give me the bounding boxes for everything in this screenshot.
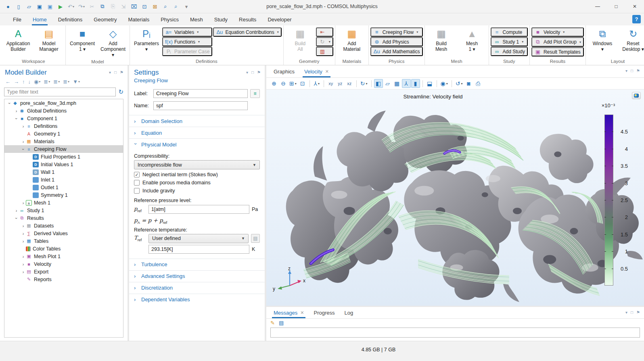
save-icon[interactable]: ▣	[35, 2, 44, 11]
ribbon-model-manager-button[interactable]: ▤ModelManager	[34, 26, 64, 53]
collapse-levels-icon[interactable]: ≣▾	[52, 78, 61, 85]
tree-item-wall-1[interactable]: DWall 1	[4, 168, 123, 176]
pin-panel-icon[interactable]: ⚑	[636, 310, 640, 315]
menu-file[interactable]: File	[7, 13, 27, 25]
menu-study[interactable]: Study	[209, 13, 233, 25]
tree-expander-icon[interactable]: ›	[21, 269, 26, 274]
view-xy-icon[interactable]: xy	[326, 79, 335, 88]
tree-expander-icon[interactable]: ›	[21, 200, 26, 205]
help-button[interactable]: ?	[632, 15, 641, 23]
tree-item-initial-values-1[interactable]: DInitial Values 1	[4, 161, 123, 168]
view-xz-icon[interactable]: xz	[345, 79, 354, 88]
checkbox-enable-porous-media[interactable]: Enable porous media domains	[134, 180, 260, 186]
ribbon-compute-button[interactable]: =Compute	[491, 27, 528, 37]
ribbon-insert-sequence-button[interactable]: ⇤	[316, 27, 333, 37]
tree-item-datasets[interactable]: ›▦Datasets	[4, 222, 123, 230]
close-tab-icon[interactable]: ✕	[300, 310, 304, 315]
maximize-button[interactable]: □	[607, 0, 625, 13]
reference-temperature-select[interactable]: User defined ▼	[148, 234, 249, 243]
ribbon-variables-button[interactable]: a=Variables▾	[162, 27, 212, 37]
zoom-in-icon[interactable]: ⊕	[270, 79, 278, 88]
ribbon-add-component-button[interactable]: ◇AddComponent ▾	[98, 26, 128, 58]
ribbon-update-geometry-button[interactable]: ↻▾	[316, 37, 333, 46]
image-snapshot-icon[interactable]: ◙	[464, 79, 473, 88]
tree-item-global-definitions[interactable]: ›◉Global Definitions	[4, 107, 123, 115]
tree-item-study-1[interactable]: ›∞Study 1	[4, 207, 123, 214]
menu-definitions[interactable]: Definitions	[52, 13, 88, 25]
messages-tab-log[interactable]: Log	[340, 307, 358, 318]
comsol-plot-logo-button[interactable]	[632, 92, 641, 99]
ribbon-parameters-button[interactable]: PᵢParameters▾	[132, 26, 161, 53]
ribbon-build-all-button[interactable]: ▦BuildAll	[285, 26, 315, 53]
filter-icon[interactable]: ▼▾	[71, 78, 81, 85]
tree-expander-icon[interactable]: ›	[7, 101, 12, 106]
transparency-icon[interactable]: ▱	[383, 79, 392, 88]
tree-item-color-tables[interactable]: Color Tables	[4, 245, 123, 252]
ribbon-reset-desktop-button[interactable]: ↻ResetDesktop ▾	[618, 26, 644, 53]
show-options-icon[interactable]: ◉▾	[33, 78, 42, 85]
move-down-icon[interactable]: ↓	[27, 78, 32, 85]
tree-expander-icon[interactable]: ›	[14, 109, 19, 113]
float-panel-icon[interactable]: □	[114, 70, 117, 75]
rotate-icon[interactable]: ↻▾	[359, 79, 369, 88]
ribbon-virtual-operations-button[interactable]: ▥	[316, 47, 333, 56]
ribbon-result-templates-button[interactable]: ▣Result Templates	[531, 47, 584, 56]
name-input[interactable]	[153, 101, 248, 110]
tree-item-definitions[interactable]: ›≡Definitions	[4, 122, 123, 130]
pin-panel-icon[interactable]: ⚑	[120, 70, 123, 75]
section-discretization[interactable]: › Discretization	[129, 282, 265, 294]
go-to-view-icon[interactable]: ⅄▾	[312, 79, 321, 88]
tree-item-materials[interactable]: ›▦Materials	[4, 138, 123, 145]
open-file-icon[interactable]: ▱	[24, 2, 34, 11]
tree-item-creeping-flow[interactable]: ›≡Creeping Flow	[4, 145, 123, 153]
ribbon-mesh-1-button[interactable]: ▲Mesh1 ▾	[457, 26, 487, 53]
menu-developer[interactable]: Developer	[262, 13, 297, 25]
close-tab-icon[interactable]: ✕	[325, 69, 329, 74]
tree-item-mesh-plot-1[interactable]: ›▣Mesh Plot 1	[4, 252, 123, 260]
checkbox-include-gravity[interactable]: Include gravity	[134, 188, 260, 194]
float-panel-icon[interactable]: □	[251, 70, 254, 75]
go-to-source-button[interactable]: ▤	[251, 234, 260, 243]
ribbon-add-material-button[interactable]: ▦AddMaterial	[337, 26, 367, 53]
section-advanced-settings[interactable]: › Advanced Settings	[129, 270, 265, 282]
menu-mesh[interactable]: Mesh	[184, 13, 209, 25]
ribbon-add-plot-group-button[interactable]: ⧉Add Plot Group▾	[531, 37, 584, 47]
tree-expander-icon[interactable]: ›	[21, 124, 26, 129]
tree-expander-icon[interactable]: ›	[14, 216, 19, 221]
menu-physics[interactable]: Physics	[155, 13, 184, 25]
comsol-logo-icon[interactable]: ●	[3, 2, 13, 11]
panel-menu-icon[interactable]: ▾	[625, 310, 627, 315]
graphics-tab-graphics[interactable]: Graphics	[269, 65, 299, 77]
redo-icon[interactable]: ↷▾	[77, 2, 86, 11]
undo-icon[interactable]: ↶▾	[66, 2, 76, 11]
new-file-icon[interactable]: ▯	[14, 2, 23, 11]
delete-icon[interactable]: ⌧	[129, 2, 139, 11]
float-panel-icon[interactable]: □	[631, 310, 633, 315]
reference-temperature-input[interactable]	[148, 245, 249, 254]
tree-expander-icon[interactable]: ›	[14, 116, 19, 121]
tree-expander-icon[interactable]: ›	[21, 262, 26, 267]
move-up-icon[interactable]: ↑	[21, 78, 26, 85]
find-replace-icon[interactable]: ⌕	[171, 2, 181, 11]
tree-expander-icon[interactable]: ›	[14, 208, 19, 213]
section-physical-model[interactable]: › Physical Model	[129, 138, 265, 150]
expand-levels-icon[interactable]: ≣▾	[42, 78, 51, 85]
customize-toolbar-icon[interactable]: ▾	[182, 2, 191, 11]
section-dependent-variables[interactable]: › Dependent Variables	[129, 294, 265, 305]
close-button[interactable]: ✕	[625, 0, 644, 13]
ribbon-functions-button[interactable]: f(x)Functions▾	[162, 37, 212, 46]
ribbon-add-mathematics-button[interactable]: ΔuAdd Mathematics	[370, 47, 423, 56]
panel-menu-icon[interactable]: ▾	[246, 70, 248, 75]
ribbon-velocity-group-button[interactable]: ■Velocity▾	[531, 27, 584, 37]
open-in-table-icon[interactable]: ▤	[279, 320, 284, 326]
color-theme-icon[interactable]: ◉▾	[439, 79, 449, 88]
compressibility-select[interactable]: Incompressible flow ▼	[134, 160, 260, 169]
section-turbulence[interactable]: › Turbulence	[129, 259, 265, 270]
menu-geometry[interactable]: Geometry	[88, 13, 122, 25]
tree-expander-icon[interactable]: ›	[21, 139, 26, 144]
tree-item-component-1[interactable]: ›■Component 1	[4, 115, 123, 122]
ribbon-application-builder-button[interactable]: AApplicationBuilder	[3, 26, 33, 53]
print-icon[interactable]: ⎙	[473, 79, 482, 88]
tree-item-results[interactable]: ›⧉Results	[4, 214, 123, 222]
update-plot-icon[interactable]: ↺▾	[454, 79, 464, 88]
